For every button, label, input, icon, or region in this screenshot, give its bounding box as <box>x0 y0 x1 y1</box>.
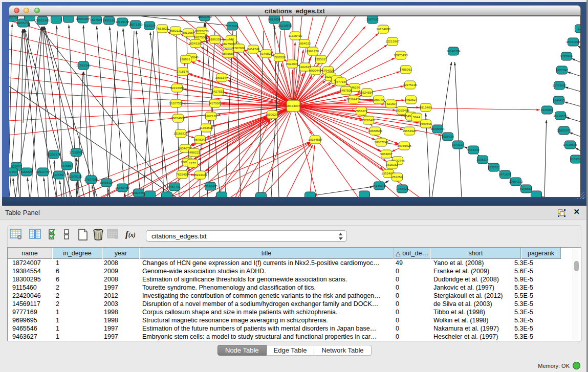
svg-text:10973493: 10973493 <box>394 53 408 57</box>
svg-text:10654112: 10654112 <box>509 180 523 183</box>
svg-text:10958117: 10958117 <box>99 181 114 184</box>
svg-text:5498222: 5498222 <box>188 150 201 154</box>
svg-text:252254: 252254 <box>392 175 403 179</box>
svg-text:7986372: 7986372 <box>355 109 368 113</box>
svg-text:16210643: 16210643 <box>553 114 568 117</box>
svg-text:19654985: 19654985 <box>171 116 185 120</box>
svg-text:15720407: 15720407 <box>361 118 376 122</box>
svg-text:18724007: 18724007 <box>286 104 300 107</box>
svg-text:21953346: 21953346 <box>76 63 91 67</box>
svg-text:11325419: 11325419 <box>288 34 302 37</box>
svg-text:1162615: 1162615 <box>299 65 311 69</box>
svg-text:8813054: 8813054 <box>268 17 281 21</box>
svg-text:15716485: 15716485 <box>203 184 217 188</box>
svg-text:8990448: 8990448 <box>309 69 322 72</box>
svg-text:3624554: 3624554 <box>361 91 374 94</box>
svg-text:6379197: 6379197 <box>452 143 465 146</box>
svg-text:18807249: 18807249 <box>374 140 388 144</box>
svg-text:10688609: 10688609 <box>368 129 382 133</box>
svg-text:14136141: 14136141 <box>372 184 386 187</box>
svg-text:2367608: 2367608 <box>233 46 246 50</box>
svg-text:1145194: 1145194 <box>53 173 65 177</box>
svg-text:17016504: 17016504 <box>563 143 577 146</box>
svg-text:6466160: 6466160 <box>103 18 116 22</box>
svg-text:8912954: 8912954 <box>182 31 195 34</box>
svg-text:12093822: 12093822 <box>552 83 567 87</box>
svg-text:835061: 835061 <box>11 164 22 168</box>
svg-text:8454749: 8454749 <box>247 47 260 51</box>
svg-text:7625402: 7625402 <box>176 172 189 176</box>
svg-text:20364456: 20364456 <box>346 97 361 101</box>
svg-text:9827508: 9827508 <box>222 42 235 46</box>
svg-text:1244415: 1244415 <box>553 98 565 102</box>
svg-text:17957255: 17957255 <box>84 178 98 181</box>
svg-text:6497508: 6497508 <box>340 89 353 92</box>
svg-text:7632621: 7632621 <box>488 165 500 169</box>
svg-text:12213382: 12213382 <box>170 86 184 90</box>
svg-text:3267130: 3267130 <box>205 114 217 118</box>
svg-text:16543382: 16543382 <box>188 41 203 45</box>
svg-text:7515524: 7515524 <box>143 24 156 27</box>
svg-text:7955812: 7955812 <box>315 57 328 61</box>
svg-text:15692971: 15692971 <box>557 128 571 132</box>
svg-text:10653267: 10653267 <box>76 17 90 20</box>
svg-text:6794028: 6794028 <box>322 69 335 72</box>
svg-text:9146821: 9146821 <box>260 52 273 55</box>
svg-text:19166825: 19166825 <box>173 132 188 135</box>
svg-text:16782759: 16782759 <box>115 186 129 189</box>
svg-text:12923468: 12923468 <box>132 191 146 194</box>
svg-text:9463627: 9463627 <box>405 98 418 101</box>
svg-text:14055721: 14055721 <box>16 21 30 25</box>
svg-text:1156829: 1156829 <box>20 170 33 173</box>
svg-text:2087682: 2087682 <box>366 17 379 21</box>
svg-text:8322037: 8322037 <box>286 62 299 65</box>
svg-text:18226058: 18226058 <box>194 29 209 33</box>
svg-text:10025488: 10025488 <box>395 108 409 112</box>
svg-text:3875685: 3875685 <box>222 52 235 55</box>
svg-text:8660125: 8660125 <box>169 29 182 32</box>
svg-text:19384554: 19384554 <box>308 138 322 141</box>
svg-text:16648784: 16648784 <box>446 49 461 53</box>
svg-text:12942757: 12942757 <box>36 170 50 173</box>
svg-text:20206576: 20206576 <box>47 152 61 156</box>
svg-text:12505135: 12505135 <box>68 174 82 178</box>
svg-text:98961: 98961 <box>181 57 190 61</box>
svg-text:9245652: 9245652 <box>520 187 533 190</box>
svg-text:2935114: 2935114 <box>476 158 489 161</box>
svg-text:9474444: 9474444 <box>467 148 480 151</box>
svg-text:10807487: 10807487 <box>372 98 386 101</box>
svg-text:9975867: 9975867 <box>61 164 74 167</box>
svg-text:16914479: 16914479 <box>193 173 207 177</box>
svg-text:9115460: 9115460 <box>420 105 432 109</box>
svg-text:2718176: 2718176 <box>177 70 189 73</box>
svg-text:7357224: 7357224 <box>226 24 239 28</box>
svg-text:6961758: 6961758 <box>307 49 319 53</box>
svg-text:9084067: 9084067 <box>380 152 393 156</box>
svg-text:1733426: 1733426 <box>396 187 409 190</box>
svg-text:16409954: 16409954 <box>430 127 445 130</box>
svg-text:9129966: 9129966 <box>560 54 573 58</box>
svg-text:19756928: 19756928 <box>397 144 411 147</box>
svg-text:11353594: 11353594 <box>199 126 213 129</box>
svg-text:39154: 39154 <box>9 170 17 173</box>
svg-text:1864033: 1864033 <box>298 41 311 45</box>
svg-text:8958928: 8958928 <box>442 135 454 138</box>
svg-text:62160: 62160 <box>386 102 396 105</box>
svg-text:8878342: 8878342 <box>194 138 207 141</box>
svg-text:12213967: 12213967 <box>385 39 400 43</box>
svg-text:116753: 116753 <box>571 157 581 161</box>
svg-text:19218506: 19218506 <box>278 24 292 27</box>
svg-text:8427552: 8427552 <box>212 90 225 93</box>
svg-text:8215953: 8215953 <box>541 108 554 112</box>
svg-text:2803144: 2803144 <box>215 76 228 79</box>
svg-text:8186328: 8186328 <box>209 37 222 41</box>
svg-text:15300275: 15300275 <box>265 113 279 116</box>
svg-text:9699695: 9699695 <box>420 122 432 125</box>
svg-text:20691406: 20691406 <box>35 18 50 22</box>
svg-text:9457791: 9457791 <box>168 185 181 188</box>
svg-text:15751074: 15751074 <box>566 40 580 43</box>
svg-text:9777169: 9777169 <box>335 80 347 83</box>
svg-text:16671355: 16671355 <box>128 23 143 26</box>
svg-text:16154808: 16154808 <box>376 27 390 31</box>
svg-text:16107552: 16107552 <box>169 101 183 105</box>
